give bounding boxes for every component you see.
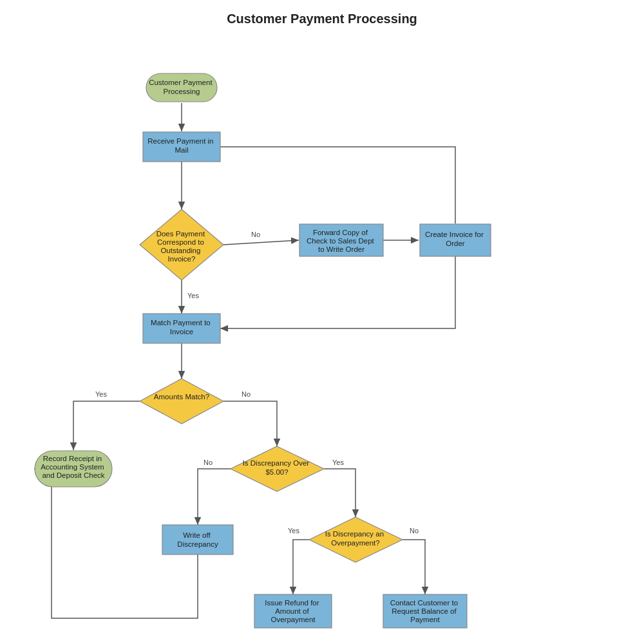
flowchart: No Yes Yes No No Yes Yes No <box>0 0 644 644</box>
label-yes-3: Yes <box>332 459 344 466</box>
label-yes-4: Yes <box>288 527 299 535</box>
node-writeoff <box>162 525 233 554</box>
label-yes-2: Yes <box>95 390 107 398</box>
label-no-2: No <box>242 390 251 398</box>
node-diamond2-label: Amounts Match? <box>154 393 209 401</box>
label-no-1: No <box>251 231 260 238</box>
diagram-container: Customer Payment Processing No Yes Yes N… <box>0 0 644 644</box>
node-record-label: Record Receipt in Accounting System and … <box>41 455 106 479</box>
label-yes-1: Yes <box>187 292 199 299</box>
node-diamond2 <box>140 379 223 424</box>
label-no-4: No <box>410 527 419 535</box>
label-no-3: No <box>204 459 213 466</box>
svg-line-3 <box>223 240 299 245</box>
